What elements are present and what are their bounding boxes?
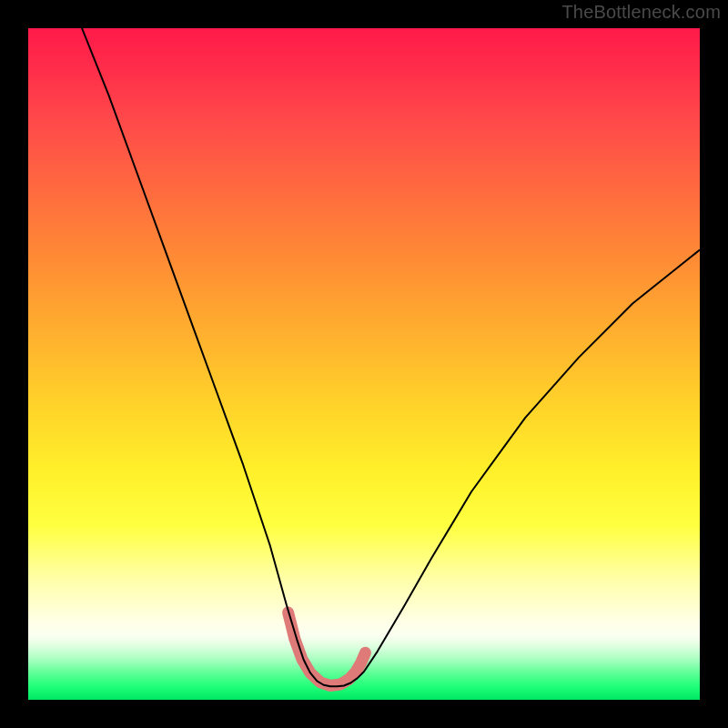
- main-curve-series: [82, 28, 700, 686]
- watermark-text: TheBottleneck.com: [561, 2, 721, 23]
- main-curve-path: [82, 28, 700, 686]
- curve-layer: [28, 28, 700, 700]
- plot-area: [28, 28, 700, 700]
- chart-frame: TheBottleneck.com: [0, 0, 728, 728]
